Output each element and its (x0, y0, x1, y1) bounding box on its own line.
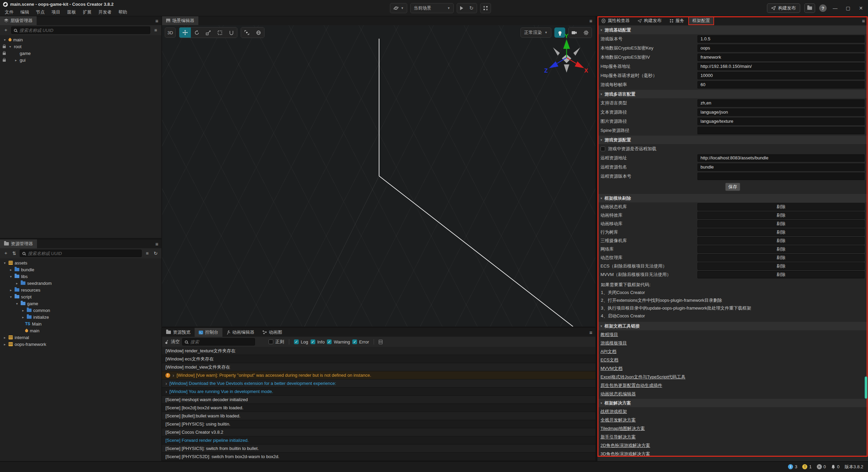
asset-node[interactable]: ▸seedrandom (0, 280, 161, 287)
expand-icon[interactable]: ▸ (14, 58, 18, 62)
asset-node[interactable]: main (0, 327, 161, 334)
log-row[interactable]: [Scene] [PHYSICS2D]: switch from box2d-w… (162, 453, 595, 461)
solution-link[interactable]: 2D角色扮演游戏解决方案 (600, 442, 650, 449)
warning-count[interactable]: !1 (802, 464, 811, 469)
reload-button[interactable]: ↻ (466, 3, 477, 13)
tree-node-main[interactable]: ▾main (0, 36, 161, 43)
coordinate-toggle-button[interactable] (253, 27, 264, 38)
minimize-button[interactable]: — (831, 5, 840, 11)
log-row[interactable]: [Scene] [box2d]:box2d wasm lib loaded. (162, 404, 595, 412)
inspector-scrollbar[interactable] (865, 376, 867, 399)
tree-node-root[interactable]: ▾root (0, 43, 161, 50)
log-row[interactable]: [Scene] [PHYSICS]: using builtin. (162, 420, 595, 428)
doc-link[interactable]: 原生包热更新配置自动生成插件 (600, 382, 662, 389)
expand-icon[interactable]: ▸ (3, 336, 7, 339)
hierarchy-menu-icon[interactable]: ≡ (155, 16, 158, 25)
hierarchy-search-input[interactable] (19, 28, 147, 33)
menu-file[interactable]: 文件 (1, 9, 17, 15)
menu-edit[interactable]: 编辑 (17, 9, 33, 15)
tab-asset-preview[interactable]: 资源预览 (162, 328, 195, 337)
expand-icon[interactable]: ▸ (21, 315, 25, 319)
log-row[interactable]: [Scene] [PHYSICS]: switch from builtin t… (162, 445, 595, 453)
pivot-toggle-button[interactable] (241, 27, 253, 38)
game-version-input[interactable] (697, 35, 865, 43)
remove-module-button[interactable]: 剔除 (697, 271, 865, 278)
assets-search[interactable] (20, 250, 142, 257)
tab-assets[interactable]: 资源管理器 (0, 239, 37, 248)
section-basic-config[interactable]: ▾游戏基础配置 (597, 26, 868, 34)
asset-node[interactable]: ▾script (0, 293, 161, 300)
lang-texture-path-input[interactable] (697, 118, 865, 125)
open-project-folder-button[interactable] (804, 3, 815, 13)
log-row-warning[interactable]: !›[Window] [Vue warn]: Property "onInput… (162, 371, 595, 379)
collapse-icon[interactable]: ▾ (9, 295, 13, 299)
expand-icon[interactable]: ▸ (15, 281, 19, 285)
menu-developer[interactable]: 开发者 (95, 9, 115, 15)
current-scene-dropdown[interactable]: 当前场景 ▼ (410, 3, 454, 13)
refresh-icon[interactable]: ↻ (153, 251, 159, 256)
sort-assets-icon[interactable]: ⇅ (11, 251, 17, 256)
menu-project[interactable]: 项目 (48, 9, 64, 15)
mode-3d-toggle[interactable]: 3D (165, 27, 176, 38)
filter-error-checkbox[interactable]: ✓Error (352, 339, 369, 345)
doc-link[interactable]: ECS文档 (600, 357, 618, 363)
assets-filter-icon[interactable]: ≡ (144, 251, 150, 256)
lock-icon[interactable] (3, 53, 6, 55)
remove-module-button[interactable]: 剔除 (697, 254, 865, 261)
collapse-icon[interactable]: ▾ (15, 302, 19, 306)
tab-console[interactable]: ›_ 控制台 (195, 328, 222, 337)
move-tool-button[interactable] (179, 27, 191, 38)
section-language-config[interactable]: ▾游戏多语言配置 (597, 90, 868, 98)
log-row[interactable]: ›[Window] You are running Vue in develop… (162, 388, 595, 396)
build-publish-button[interactable]: 构建发布 (767, 3, 800, 13)
log-file-icon[interactable] (379, 340, 382, 344)
section-module-trim[interactable]: ▾框架模块剔除 (597, 194, 868, 202)
menu-panel[interactable]: 面板 (64, 9, 79, 15)
remove-module-button[interactable]: 剔除 (697, 212, 865, 219)
hierarchy-search[interactable] (11, 26, 150, 34)
help-button[interactable]: ? (819, 4, 827, 12)
remove-module-button[interactable]: 剔除 (697, 237, 865, 244)
log-row[interactable]: [Window] ecs文件夹存在 (162, 355, 595, 363)
maximize-button[interactable]: ▢ (844, 5, 852, 11)
doc-link[interactable]: 教程项目 (600, 332, 618, 338)
filter-log-checkbox[interactable]: ✓Log (294, 339, 308, 345)
log-row[interactable]: ›[Window] Download the Vue Devtools exte… (162, 379, 595, 388)
menu-node[interactable]: 节点 (33, 9, 48, 15)
rect-tool-button[interactable] (214, 27, 225, 38)
gizmo-tool-button[interactable] (225, 27, 237, 38)
remove-module-button[interactable]: 剔除 (697, 262, 865, 270)
collapse-icon[interactable]: ▾ (3, 38, 7, 42)
remote-load-checkbox[interactable]: ✓游戏中资源是否远程加载 (597, 144, 868, 153)
spine-path-input[interactable] (697, 127, 865, 134)
asset-node[interactable]: ▸initialize (0, 314, 161, 320)
tab-scene-editor[interactable]: 场景编辑器 (162, 16, 198, 25)
crypto-key-input[interactable] (697, 44, 865, 52)
expand-icon[interactable]: › (165, 389, 167, 394)
solution-link[interactable]: 全栈开发解决方案 (600, 417, 636, 423)
remove-module-button[interactable]: 剔除 (697, 229, 865, 236)
filter-info-checkbox[interactable]: ✓Info (311, 339, 325, 345)
expand-icon[interactable]: ▸ (21, 309, 25, 312)
scene-viewport[interactable]: 3D (162, 25, 595, 327)
solution-link[interactable]: Tiledmap地图解决方案 (600, 426, 645, 432)
asset-node[interactable]: ▸resources (0, 287, 161, 293)
solution-link[interactable]: 战棋游戏框架 (600, 409, 627, 415)
solution-link[interactable]: 3D角色扮演游戏解决方案 (600, 451, 650, 457)
log-row[interactable]: [Scene] [bullet]:bullet wasm lib loaded. (162, 412, 595, 420)
console-search[interactable] (182, 338, 255, 346)
tab-animation-graph[interactable]: 动画图 (258, 328, 286, 337)
rotate-tool-button[interactable] (191, 27, 202, 38)
log-row[interactable]: [Scene] Forward render pipeline initiali… (162, 436, 595, 445)
solution-link[interactable]: 新手引导解决方案 (600, 434, 636, 440)
asset-node[interactable]: ▸bundle (0, 266, 161, 273)
section-resource-config[interactable]: ▾游戏资源配置 (597, 136, 868, 144)
log-row[interactable]: [Scene] meshopt wasm decoder initialized (162, 396, 595, 404)
fps-input[interactable] (697, 81, 865, 88)
http-server-input[interactable] (697, 63, 865, 70)
scale-tool-button[interactable] (202, 27, 214, 38)
asset-node[interactable]: ▾game (0, 300, 161, 307)
console-search-input[interactable] (190, 339, 252, 345)
info-count[interactable]: i3 (788, 464, 797, 469)
lock-icon[interactable] (3, 59, 6, 62)
